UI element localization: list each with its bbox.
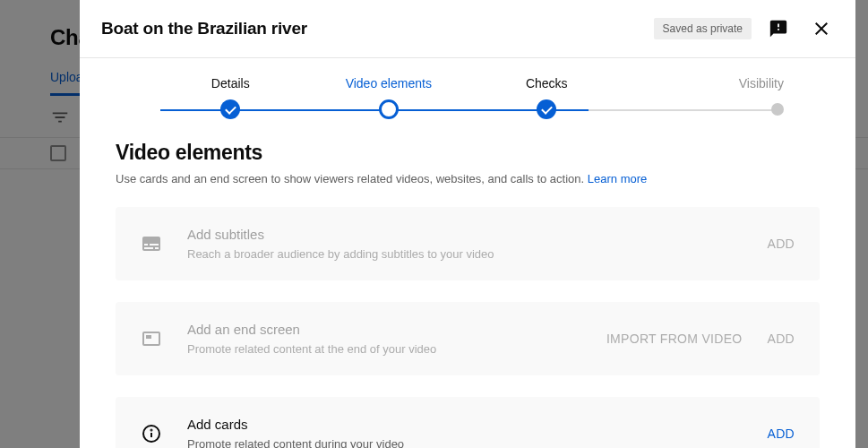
section-heading: Video elements <box>116 141 820 165</box>
info-icon <box>141 423 162 444</box>
add-cards-button[interactable]: ADD <box>768 426 795 441</box>
svg-rect-1 <box>146 335 151 339</box>
check-icon <box>537 99 556 119</box>
add-end-screen-button: ADD <box>768 332 795 346</box>
card-title: Add subtitles <box>187 227 743 242</box>
dialog-content: Video elements Use cards and an end scre… <box>80 119 855 448</box>
add-subtitles-button: ADD <box>768 237 795 251</box>
step-checks[interactable]: Checks <box>468 76 626 119</box>
upload-dialog: Boat on the Brazilian river Saved as pri… <box>80 0 855 448</box>
stepper: Details Video elements Checks Visibility <box>80 58 855 119</box>
card-end-screen: Add an end screen Promote related conten… <box>116 302 820 375</box>
card-add-cards: Add cards Promote related content during… <box>116 397 820 448</box>
dialog-title: Boat on the Brazilian river <box>101 19 643 39</box>
card-subtitle: Reach a broader audience by adding subti… <box>187 247 743 261</box>
close-button[interactable] <box>805 13 838 45</box>
check-icon <box>220 99 240 119</box>
card-title: Add an end screen <box>187 322 581 337</box>
svg-point-4 <box>151 430 152 431</box>
card-subtitle: Promote related content during your vide… <box>187 437 743 448</box>
section-description: Use cards and an end screen to show view… <box>116 172 820 185</box>
step-details[interactable]: Details <box>151 76 310 119</box>
feedback-button[interactable] <box>762 13 795 45</box>
learn-more-link[interactable]: Learn more <box>588 172 647 185</box>
card-subtitle: Promote related content at the end of yo… <box>187 342 581 356</box>
pending-step-icon <box>771 103 784 116</box>
dialog-header: Boat on the Brazilian river Saved as pri… <box>80 0 855 58</box>
stepper-rail-remaining <box>589 109 775 111</box>
save-status-badge: Saved as private <box>654 18 752 39</box>
step-video-elements[interactable]: Video elements <box>310 76 468 119</box>
card-subtitles: Add subtitles Reach a broader audience b… <box>116 207 820 280</box>
import-from-video-button: IMPORT FROM VIDEO <box>606 332 743 346</box>
subtitles-icon <box>141 233 162 254</box>
card-title: Add cards <box>187 417 743 432</box>
current-step-icon <box>379 99 399 119</box>
end-screen-icon <box>141 328 162 349</box>
